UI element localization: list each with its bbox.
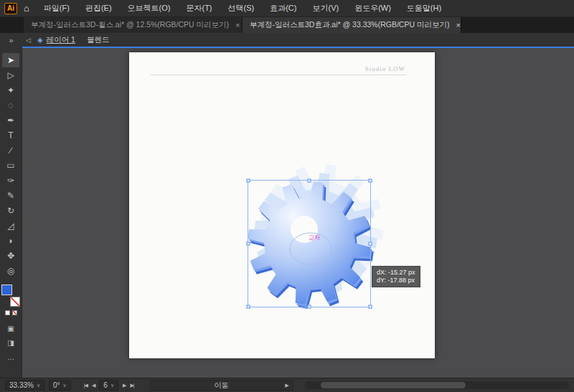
rotation-value: 0° <box>53 381 60 389</box>
type-tool[interactable]: T <box>2 128 19 143</box>
tab-title: 부계정-일러스트3D-휠스.ai* @ 12.5%(RGB/CPU 미리보기) <box>31 20 229 30</box>
selection-handle[interactable] <box>369 179 372 183</box>
document-tab-2-active[interactable]: 부계정-일러스트3D효과.ai* @ 33.33%(RGB/CPU 미리보기) … <box>243 17 461 33</box>
tab-title: 부계정-일러스트3D효과.ai* @ 33.33%(RGB/CPU 미리보기) <box>250 20 449 30</box>
rotation-select[interactable]: 0° ∨ <box>49 380 71 391</box>
lasso-tool[interactable]: ◌ <box>2 98 19 113</box>
zoom-value: 33.33% <box>9 381 34 389</box>
menu-item-0[interactable]: 파일(F) <box>36 0 77 16</box>
scale-tool[interactable]: ◿ <box>2 219 19 233</box>
menu-item-8[interactable]: 도움말(H) <box>399 0 449 16</box>
artboard-number: 6 <box>103 381 108 389</box>
menu-item-7[interactable]: 윈도우(W) <box>347 0 399 16</box>
artboard-navigation: |◀ ◀ 6 ∨ ▶ ▶| <box>84 380 134 391</box>
transform-tooltip: dX: -15.27 px dY: -17.88 px <box>372 266 420 287</box>
selection-tool[interactable]: ➤ <box>2 53 19 67</box>
magic-wand-tool[interactable]: ✦ <box>2 83 19 97</box>
selection-box[interactable] <box>248 180 371 307</box>
document-tab-1[interactable]: 부계정-일러스트3D-휠스.ai* @ 12.5%(RGB/CPU 미리보기) … <box>24 17 243 33</box>
selection-handle[interactable] <box>308 305 311 309</box>
selection-handle[interactable] <box>247 242 250 246</box>
menu-item-5[interactable]: 효과(C) <box>262 0 304 16</box>
chevron-down-icon: ∨ <box>110 383 114 388</box>
zoom-select[interactable]: 33.33% ∨ <box>5 380 44 391</box>
first-artboard-button[interactable]: |◀ <box>84 383 88 388</box>
status-popup-arrow-icon[interactable]: ▶ <box>285 383 288 388</box>
tools-panel: ➤▷✦◌✒T∕▭✑✎↻◿◗✥◎ ▣◨… <box>0 47 22 378</box>
hand-tool[interactable]: ✥ <box>2 249 19 263</box>
screen-mode-icon[interactable]: ◨ <box>3 338 19 349</box>
tooltip-dx: dX: -15.27 px <box>377 269 415 277</box>
previous-artboard-button[interactable]: ◀ <box>92 383 95 388</box>
color-swatch-mini[interactable] <box>5 310 10 315</box>
selection-handle[interactable] <box>247 305 250 309</box>
menu-item-1[interactable]: 편집(E) <box>77 0 120 16</box>
layers-icon: ◈ <box>37 36 43 44</box>
close-icon[interactable]: × <box>456 21 460 29</box>
fill-stroke-widget <box>1 285 20 307</box>
mini-swatches <box>5 310 17 315</box>
selection-handle[interactable] <box>369 242 372 246</box>
scrollbar-thumb[interactable] <box>321 382 466 388</box>
canvas-area[interactable]: Studio LOW 교차 dX: -15.27 px dY: -17.88 p… <box>22 47 574 378</box>
status-display[interactable]: 이동 ▶ <box>150 380 293 391</box>
pencil-tool[interactable]: ✎ <box>2 188 19 203</box>
back-arrow-icon[interactable]: ◁ <box>26 37 31 44</box>
eyedropper-tool[interactable]: ◗ <box>2 234 19 248</box>
direct-selection-tool[interactable]: ▷ <box>2 68 19 82</box>
next-artboard-button[interactable]: ▶ <box>123 383 126 388</box>
layer-link[interactable]: 레이어 1 <box>47 35 75 45</box>
toolbar-tools: ➤▷✦◌✒T∕▭✑✎↻◿◗✥◎ <box>2 53 19 278</box>
app-logo-icon[interactable]: Ai <box>4 3 17 14</box>
toolbar-expand-icon[interactable]: » <box>0 36 22 44</box>
tooltip-dy: dY: -17.88 px <box>377 277 415 285</box>
menu-item-3[interactable]: 문자(T) <box>178 0 220 16</box>
toolbar-modes: ▣◨… <box>3 323 19 363</box>
last-artboard-button[interactable]: ▶| <box>130 383 133 388</box>
control-bar: » ◁ ◈ 레이어 1 블렌드 <box>0 33 574 47</box>
document-tabbar: 부계정-일러스트3D-휠스.ai* @ 12.5%(RGB/CPU 미리보기) … <box>0 17 574 33</box>
close-icon[interactable]: × <box>235 21 240 29</box>
home-icon[interactable]: ⌂ <box>24 3 29 14</box>
draw-normal-mode-icon[interactable]: ▣ <box>3 323 19 335</box>
zoom-tool[interactable]: ◎ <box>2 264 19 278</box>
status-tool-label: 이동 <box>215 381 229 391</box>
none-swatch-mini[interactable] <box>12 310 17 315</box>
selection-handle[interactable] <box>247 179 250 183</box>
selection-handle[interactable] <box>308 179 311 183</box>
edit-toolbar-icon[interactable]: … <box>3 352 19 363</box>
rotate-tool[interactable]: ↻ <box>2 204 19 218</box>
chevron-down-icon: ∨ <box>63 383 67 388</box>
status-bar: 33.33% ∨ 0° ∨ |◀ ◀ 6 ∨ ▶ ▶| 이동 ▶ <box>0 378 574 392</box>
rectangle-tool[interactable]: ▭ <box>2 158 19 173</box>
chevron-down-icon: ∨ <box>37 383 40 388</box>
menubar-items: 파일(F)편집(E)오브젝트(O)문자(T)선택(S)효과(C)보기(V)윈도우… <box>36 0 449 16</box>
menubar: Ai ⌂ 파일(F)편집(E)오브젝트(O)문자(T)선택(S)효과(C)보기(… <box>0 0 574 17</box>
menu-item-2[interactable]: 오브젝트(O) <box>120 0 179 16</box>
artboard-number-select[interactable]: 6 ∨ <box>99 380 118 391</box>
selection-handle[interactable] <box>369 305 372 309</box>
stroke-none-swatch[interactable] <box>10 297 20 307</box>
fill-swatch[interactable] <box>1 285 12 295</box>
menu-item-4[interactable]: 선택(S) <box>220 0 263 16</box>
pen-tool[interactable]: ✒ <box>2 113 19 128</box>
line-segment-tool[interactable]: ∕ <box>2 143 19 158</box>
horizontal-scrollbar[interactable] <box>305 381 569 389</box>
paintbrush-tool[interactable]: ✑ <box>2 173 19 188</box>
menu-item-6[interactable]: 보기(V) <box>304 0 347 16</box>
selected-object-label: 블렌드 <box>87 35 110 45</box>
